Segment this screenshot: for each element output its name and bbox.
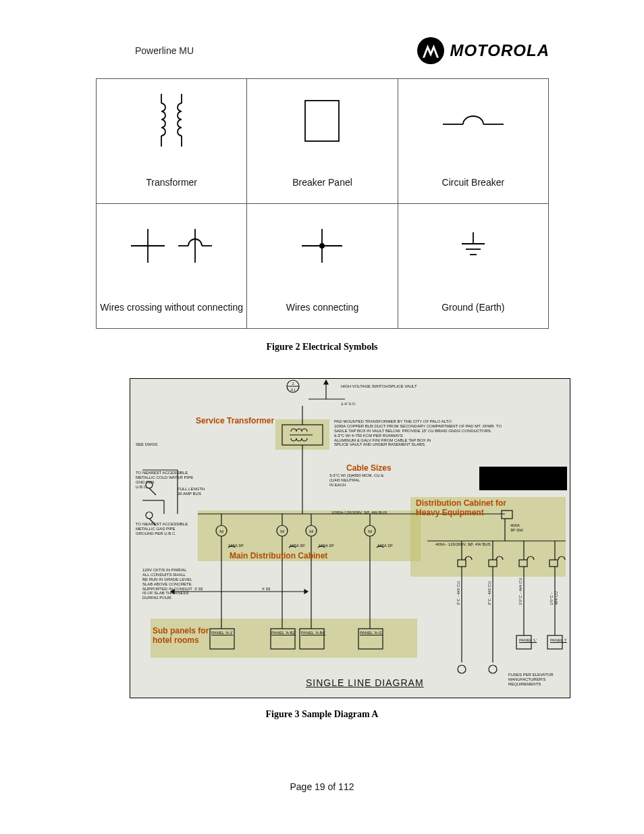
symbol-label: Circuit Breaker	[398, 176, 548, 188]
elevator-panel-label-0: PANEL 'L'	[519, 638, 537, 643]
panel-label-2: PANEL 'A-B4'	[301, 631, 325, 635]
page-footer: Page 19 of 112	[0, 781, 644, 792]
svg-marker-24	[324, 380, 328, 384]
main-distribution-label: Main Distribution Cabinet	[230, 552, 327, 561]
elevator-note-text: FUSES PER ELEVATOR MANUFACTURER'S REQUIR…	[508, 673, 569, 687]
symbols-table: Transformer Breaker Panel Circui	[96, 78, 549, 329]
wires-crossing-icon	[97, 204, 246, 288]
vertical-run-1: 2"C - 4#2 CU	[487, 581, 492, 605]
dist-spec-text: 400A 3P SW.	[510, 523, 524, 533]
x-run-0: X 93	[194, 587, 203, 592]
motorola-logo-icon	[417, 37, 444, 64]
dist-bus-text: 400A - 120/208V, 3Ø, 4W BUS	[435, 542, 491, 547]
transformer-icon	[97, 79, 246, 163]
wires-connecting-icon	[247, 204, 397, 288]
sample-diagram: M M M M	[130, 378, 570, 698]
symbol-label: Transformer	[97, 176, 246, 188]
page-header: Powerline MU MOTOROLA	[0, 37, 644, 64]
meter-fuse-label-2: 125A 3P	[319, 544, 334, 548]
svg-point-74	[489, 665, 497, 673]
elevator-panel-label-1: PANEL 'I'	[550, 638, 567, 643]
circuit-breaker-icon	[398, 79, 548, 163]
table-row: Wires crossing without connecting Wires …	[97, 204, 549, 329]
symbol-label: Ground (Earth)	[398, 301, 548, 313]
diagram-callout-icon: 2 A1	[286, 379, 300, 394]
vertical-run-2: 1½"C - 4#4 CU	[518, 578, 523, 605]
transformer-note-text: PAD MOUNTED TRANSFORMER BY THE CITY OF P…	[334, 419, 564, 447]
svg-text:M: M	[368, 529, 373, 534]
svg-text:2: 2	[292, 381, 294, 386]
symbol-label: Wires crossing without connecting	[97, 301, 246, 313]
figure-caption-1: Figure 2 Electrical Symbols	[0, 342, 644, 353]
spacing-text: 1-4' 0.O.	[341, 402, 356, 407]
svg-text:M: M	[219, 529, 224, 534]
svg-text:M: M	[309, 529, 314, 534]
symbol-label: Wires connecting	[247, 301, 397, 313]
svg-rect-4	[305, 101, 339, 141]
meter-fuse-label-1: 125A 3P	[290, 544, 305, 548]
svg-marker-86	[304, 590, 308, 594]
vertical-run-0: 2"C - 4#2 CU	[456, 581, 461, 605]
sub-panels-label: Sub panels for hotel rooms	[153, 627, 213, 646]
svg-point-14	[319, 243, 325, 249]
panel-label-3: PANEL 'A-G'	[360, 631, 383, 635]
main-spec-text: 1000A-120/208V, 3Ø, 4W BUS	[331, 511, 387, 515]
brand: MOTOROLA	[417, 37, 549, 64]
symbol-cell: Breaker Panel	[247, 79, 398, 204]
symbol-cell: Ground (Earth)	[398, 204, 548, 329]
cable-sizes-label: Cable Sizes	[346, 464, 392, 473]
diagram-title: SINGLE LINE DIAGRAM	[306, 677, 424, 688]
symbol-cell: Wires crossing without connecting	[97, 204, 247, 329]
breaker-panel-icon	[247, 79, 397, 163]
svg-text:A1: A1	[290, 388, 295, 392]
redacted-block	[479, 467, 567, 490]
symbol-cell: Wires connecting	[247, 204, 398, 329]
hv-switch-text: HIGH VOLTAGE SWITCH/SPLICE VAULT	[341, 384, 417, 389]
table-row: Transformer Breaker Panel Circui	[97, 79, 549, 204]
symbol-cell: Transformer	[97, 79, 247, 204]
panel-label-0: PANEL 'A-1'	[211, 631, 233, 635]
doc-title: Powerline MU	[135, 45, 194, 56]
brand-name: MOTOROLA	[450, 41, 549, 60]
ground-note-text: TO NEAREST ACCESSIBLE METALLIC GAS PIPE …	[136, 522, 190, 536]
distribution-cabinet-label: Distribution Cabinet for Heavy Equipment	[416, 499, 531, 518]
svg-point-73	[458, 665, 466, 673]
conduit-note-text: 120V CKT/S IN PWR/AL ALL CONDUITS SHALL …	[142, 568, 210, 600]
full-length-text: FULL LENGTH 20 AMP BUS	[178, 487, 205, 496]
vertical-run-3: 1½"C - 4#4 CU	[549, 585, 559, 605]
svg-text:M: M	[280, 529, 285, 534]
cable-spec-text: 3-3"C W/ (3)#350 MCM, CU & (1)4/0 NEUTRA…	[329, 473, 410, 488]
ground-icon	[398, 204, 548, 288]
svg-point-37	[146, 512, 153, 519]
service-transformer-label: Service Transformer	[196, 417, 274, 426]
symbol-label: Breaker Panel	[247, 176, 397, 188]
symbol-cell: Circuit Breaker	[398, 79, 548, 204]
see-dwgs-text: SEE DWGS	[136, 442, 157, 447]
x-run-1: X 93	[262, 587, 270, 592]
figure-caption-2: Figure 3 Sample Diagram A	[0, 709, 644, 720]
panel-label-1: PANEL 'A-B2'	[271, 631, 296, 635]
meter-fuse-label-3: 125A 3P	[377, 544, 393, 548]
meter-fuse-label-0: 125A 3P	[228, 544, 244, 548]
